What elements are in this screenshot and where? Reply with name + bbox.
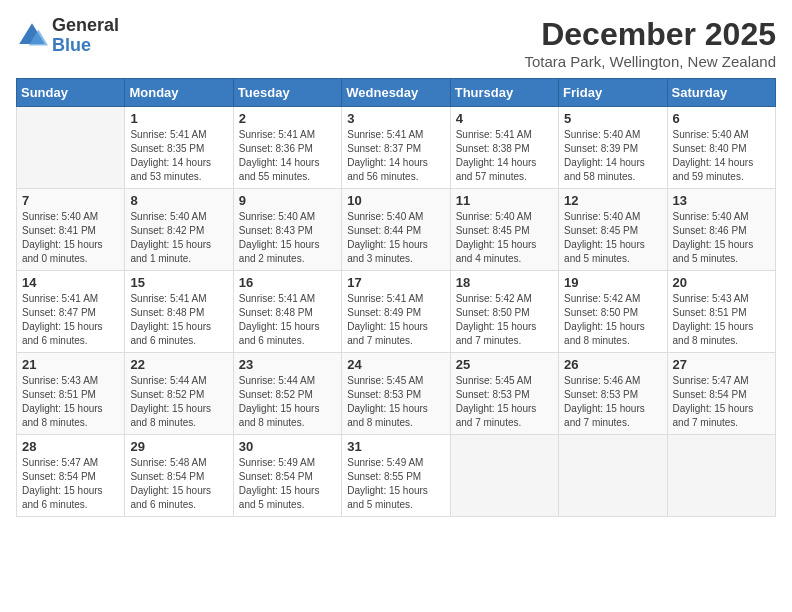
- day-number: 7: [22, 193, 119, 208]
- day-info: Sunrise: 5:40 AM Sunset: 8:43 PM Dayligh…: [239, 210, 336, 266]
- calendar-table: SundayMondayTuesdayWednesdayThursdayFrid…: [16, 78, 776, 517]
- day-info: Sunrise: 5:42 AM Sunset: 8:50 PM Dayligh…: [456, 292, 553, 348]
- calendar-cell: 26Sunrise: 5:46 AM Sunset: 8:53 PM Dayli…: [559, 353, 667, 435]
- calendar-cell: [17, 107, 125, 189]
- day-number: 28: [22, 439, 119, 454]
- day-info: Sunrise: 5:44 AM Sunset: 8:52 PM Dayligh…: [239, 374, 336, 430]
- calendar-cell: 13Sunrise: 5:40 AM Sunset: 8:46 PM Dayli…: [667, 189, 775, 271]
- calendar-cell: [450, 435, 558, 517]
- calendar-cell: 5Sunrise: 5:40 AM Sunset: 8:39 PM Daylig…: [559, 107, 667, 189]
- calendar-cell: 25Sunrise: 5:45 AM Sunset: 8:53 PM Dayli…: [450, 353, 558, 435]
- calendar-cell: 2Sunrise: 5:41 AM Sunset: 8:36 PM Daylig…: [233, 107, 341, 189]
- calendar-cell: 1Sunrise: 5:41 AM Sunset: 8:35 PM Daylig…: [125, 107, 233, 189]
- day-info: Sunrise: 5:40 AM Sunset: 8:46 PM Dayligh…: [673, 210, 770, 266]
- day-number: 10: [347, 193, 444, 208]
- weekday-header-sunday: Sunday: [17, 79, 125, 107]
- day-number: 16: [239, 275, 336, 290]
- day-number: 15: [130, 275, 227, 290]
- page-header: General Blue December 2025 Totara Park, …: [16, 16, 776, 70]
- week-row-3: 14Sunrise: 5:41 AM Sunset: 8:47 PM Dayli…: [17, 271, 776, 353]
- day-number: 25: [456, 357, 553, 372]
- calendar-cell: 9Sunrise: 5:40 AM Sunset: 8:43 PM Daylig…: [233, 189, 341, 271]
- day-info: Sunrise: 5:49 AM Sunset: 8:55 PM Dayligh…: [347, 456, 444, 512]
- day-info: Sunrise: 5:49 AM Sunset: 8:54 PM Dayligh…: [239, 456, 336, 512]
- calendar-cell: [667, 435, 775, 517]
- calendar-cell: [559, 435, 667, 517]
- day-info: Sunrise: 5:41 AM Sunset: 8:49 PM Dayligh…: [347, 292, 444, 348]
- day-info: Sunrise: 5:47 AM Sunset: 8:54 PM Dayligh…: [22, 456, 119, 512]
- day-info: Sunrise: 5:40 AM Sunset: 8:39 PM Dayligh…: [564, 128, 661, 184]
- calendar-cell: 27Sunrise: 5:47 AM Sunset: 8:54 PM Dayli…: [667, 353, 775, 435]
- day-number: 14: [22, 275, 119, 290]
- calendar-cell: 28Sunrise: 5:47 AM Sunset: 8:54 PM Dayli…: [17, 435, 125, 517]
- day-info: Sunrise: 5:46 AM Sunset: 8:53 PM Dayligh…: [564, 374, 661, 430]
- weekday-header-tuesday: Tuesday: [233, 79, 341, 107]
- day-info: Sunrise: 5:41 AM Sunset: 8:48 PM Dayligh…: [239, 292, 336, 348]
- day-info: Sunrise: 5:45 AM Sunset: 8:53 PM Dayligh…: [347, 374, 444, 430]
- day-info: Sunrise: 5:40 AM Sunset: 8:42 PM Dayligh…: [130, 210, 227, 266]
- weekday-header-friday: Friday: [559, 79, 667, 107]
- day-info: Sunrise: 5:41 AM Sunset: 8:48 PM Dayligh…: [130, 292, 227, 348]
- day-info: Sunrise: 5:42 AM Sunset: 8:50 PM Dayligh…: [564, 292, 661, 348]
- calendar-cell: 18Sunrise: 5:42 AM Sunset: 8:50 PM Dayli…: [450, 271, 558, 353]
- calendar-cell: 7Sunrise: 5:40 AM Sunset: 8:41 PM Daylig…: [17, 189, 125, 271]
- day-number: 2: [239, 111, 336, 126]
- calendar-cell: 16Sunrise: 5:41 AM Sunset: 8:48 PM Dayli…: [233, 271, 341, 353]
- logo-general: General: [52, 16, 119, 36]
- day-number: 22: [130, 357, 227, 372]
- day-info: Sunrise: 5:41 AM Sunset: 8:37 PM Dayligh…: [347, 128, 444, 184]
- day-number: 29: [130, 439, 227, 454]
- day-number: 4: [456, 111, 553, 126]
- calendar-cell: 29Sunrise: 5:48 AM Sunset: 8:54 PM Dayli…: [125, 435, 233, 517]
- calendar-cell: 30Sunrise: 5:49 AM Sunset: 8:54 PM Dayli…: [233, 435, 341, 517]
- day-info: Sunrise: 5:40 AM Sunset: 8:44 PM Dayligh…: [347, 210, 444, 266]
- day-info: Sunrise: 5:44 AM Sunset: 8:52 PM Dayligh…: [130, 374, 227, 430]
- day-number: 18: [456, 275, 553, 290]
- calendar-cell: 11Sunrise: 5:40 AM Sunset: 8:45 PM Dayli…: [450, 189, 558, 271]
- day-info: Sunrise: 5:41 AM Sunset: 8:35 PM Dayligh…: [130, 128, 227, 184]
- day-info: Sunrise: 5:43 AM Sunset: 8:51 PM Dayligh…: [22, 374, 119, 430]
- location: Totara Park, Wellington, New Zealand: [524, 53, 776, 70]
- calendar-cell: 19Sunrise: 5:42 AM Sunset: 8:50 PM Dayli…: [559, 271, 667, 353]
- weekday-header-saturday: Saturday: [667, 79, 775, 107]
- logo-blue: Blue: [52, 36, 119, 56]
- weekday-header-thursday: Thursday: [450, 79, 558, 107]
- week-row-5: 28Sunrise: 5:47 AM Sunset: 8:54 PM Dayli…: [17, 435, 776, 517]
- day-info: Sunrise: 5:40 AM Sunset: 8:40 PM Dayligh…: [673, 128, 770, 184]
- calendar-cell: 3Sunrise: 5:41 AM Sunset: 8:37 PM Daylig…: [342, 107, 450, 189]
- title-block: December 2025 Totara Park, Wellington, N…: [524, 16, 776, 70]
- day-info: Sunrise: 5:41 AM Sunset: 8:47 PM Dayligh…: [22, 292, 119, 348]
- day-number: 20: [673, 275, 770, 290]
- day-number: 12: [564, 193, 661, 208]
- day-number: 9: [239, 193, 336, 208]
- calendar-cell: 12Sunrise: 5:40 AM Sunset: 8:45 PM Dayli…: [559, 189, 667, 271]
- day-number: 11: [456, 193, 553, 208]
- day-info: Sunrise: 5:41 AM Sunset: 8:38 PM Dayligh…: [456, 128, 553, 184]
- day-number: 13: [673, 193, 770, 208]
- calendar-cell: 6Sunrise: 5:40 AM Sunset: 8:40 PM Daylig…: [667, 107, 775, 189]
- day-number: 30: [239, 439, 336, 454]
- calendar-cell: 8Sunrise: 5:40 AM Sunset: 8:42 PM Daylig…: [125, 189, 233, 271]
- day-info: Sunrise: 5:43 AM Sunset: 8:51 PM Dayligh…: [673, 292, 770, 348]
- day-info: Sunrise: 5:48 AM Sunset: 8:54 PM Dayligh…: [130, 456, 227, 512]
- weekday-header-monday: Monday: [125, 79, 233, 107]
- day-number: 24: [347, 357, 444, 372]
- day-info: Sunrise: 5:40 AM Sunset: 8:45 PM Dayligh…: [456, 210, 553, 266]
- day-number: 23: [239, 357, 336, 372]
- day-info: Sunrise: 5:45 AM Sunset: 8:53 PM Dayligh…: [456, 374, 553, 430]
- logo-text: General Blue: [52, 16, 119, 56]
- weekday-header-wednesday: Wednesday: [342, 79, 450, 107]
- day-info: Sunrise: 5:41 AM Sunset: 8:36 PM Dayligh…: [239, 128, 336, 184]
- day-number: 27: [673, 357, 770, 372]
- calendar-cell: 20Sunrise: 5:43 AM Sunset: 8:51 PM Dayli…: [667, 271, 775, 353]
- day-info: Sunrise: 5:40 AM Sunset: 8:45 PM Dayligh…: [564, 210, 661, 266]
- day-info: Sunrise: 5:47 AM Sunset: 8:54 PM Dayligh…: [673, 374, 770, 430]
- calendar-cell: 24Sunrise: 5:45 AM Sunset: 8:53 PM Dayli…: [342, 353, 450, 435]
- calendar-cell: 14Sunrise: 5:41 AM Sunset: 8:47 PM Dayli…: [17, 271, 125, 353]
- day-number: 6: [673, 111, 770, 126]
- month-title: December 2025: [524, 16, 776, 53]
- day-number: 5: [564, 111, 661, 126]
- week-row-1: 1Sunrise: 5:41 AM Sunset: 8:35 PM Daylig…: [17, 107, 776, 189]
- calendar-cell: 15Sunrise: 5:41 AM Sunset: 8:48 PM Dayli…: [125, 271, 233, 353]
- calendar-cell: 31Sunrise: 5:49 AM Sunset: 8:55 PM Dayli…: [342, 435, 450, 517]
